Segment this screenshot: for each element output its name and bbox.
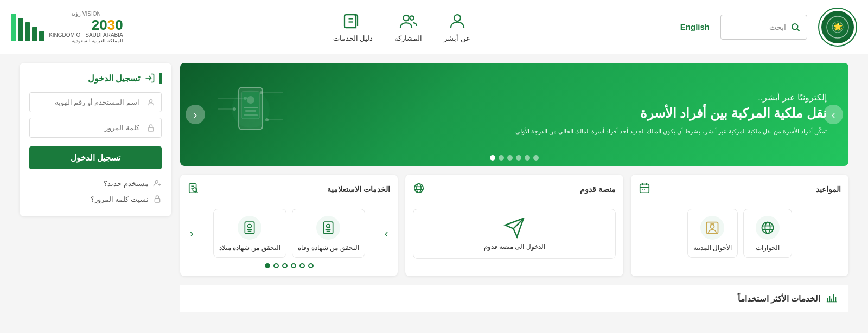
svg-point-31: [762, 222, 774, 234]
civil-affairs-label: الأحوال المدنية: [693, 244, 732, 252]
inquiry-card-body: ›: [188, 209, 390, 258]
svg-point-62: [149, 99, 152, 102]
username-group: [29, 92, 162, 112]
inquiry-prev-button[interactable]: ›: [382, 227, 391, 240]
banner-dot-6[interactable]: [490, 155, 495, 161]
banner-prev-button[interactable]: ‹: [186, 105, 205, 124]
birth-cert-label: التحقق من شهادة ميلاد: [219, 244, 280, 252]
login-icon: [144, 73, 155, 84]
nav-item-absher[interactable]: عن أبشر: [444, 11, 470, 42]
sidebar: تسجيل الدخول: [20, 63, 171, 312]
arrival-item-label: الدخول الى منصة قدوم: [484, 243, 545, 251]
passports-badge: [755, 215, 781, 241]
inquiry-dot-5[interactable]: [273, 263, 279, 268]
login-title-text: تسجيل الدخول: [88, 73, 140, 84]
svg-point-24: [232, 90, 270, 128]
arrival-title: منصة قدوم: [580, 185, 616, 194]
vision-sub: VISION رؤية: [49, 11, 123, 17]
svg-line-4: [797, 29, 799, 31]
passports-item[interactable]: الجوازات: [743, 209, 792, 258]
nav-label-participation: المشاركة: [394, 34, 422, 42]
chart-icon: [826, 292, 838, 306]
appointments-card-header: المواعيد: [639, 182, 841, 201]
new-user-link[interactable]: مستخدم جديد؟: [29, 176, 162, 191]
banner-dot-4[interactable]: [507, 155, 513, 161]
plane-icon: [503, 217, 525, 239]
password-group: [29, 118, 162, 138]
search-placeholder: ابحث: [769, 23, 786, 31]
svg-point-7: [410, 16, 414, 20]
inquiry-card: الخدمات الاستعلامية ›: [180, 175, 398, 276]
banner-visual: [213, 76, 289, 152]
civil-affairs-item[interactable]: الأحوال المدنية: [687, 209, 738, 258]
header: 🌟 ابحث English عن أبشر: [0, 0, 868, 54]
arrival-body: الدخول الى منصة قدوم: [413, 209, 615, 259]
svg-point-38: [414, 184, 424, 193]
forgot-password-link[interactable]: نسيت كلمة المرور؟: [29, 191, 162, 207]
vision-2030: 2030: [49, 18, 123, 32]
bottom-bar: الخدمات الأكثر استخداماً: [180, 285, 848, 312]
appointments-card: المواعيد: [631, 175, 848, 276]
arrival-link-item[interactable]: الدخول الى منصة قدوم: [413, 209, 615, 259]
book-icon: [343, 11, 362, 31]
inquiry-dot-3[interactable]: [291, 263, 296, 268]
banner-dot-3[interactable]: [516, 155, 521, 161]
svg-point-3: [792, 24, 798, 30]
svg-point-36: [711, 225, 714, 228]
svg-rect-63: [148, 127, 153, 131]
lock-icon: [146, 124, 155, 132]
arrival-card-header: منصة قدوم: [413, 182, 615, 201]
logo[interactable]: 🌟: [818, 8, 857, 47]
new-user-icon: [153, 179, 162, 188]
banner-dots: [490, 155, 539, 161]
globe-icon: [413, 182, 425, 196]
banner-title-small: إلكترونيًا عبر أبشر..: [515, 92, 827, 103]
inquiry-title: الخدمات الاستعلامية: [327, 185, 390, 194]
banner-dot-5[interactable]: [499, 155, 504, 161]
inquiry-dot-4[interactable]: [282, 263, 288, 268]
username-input[interactable]: [29, 92, 162, 112]
login-button[interactable]: تسجيل الدخول: [29, 146, 162, 169]
nav-item-participation[interactable]: المشاركة: [394, 11, 422, 42]
inquiry-card-header: الخدمات الاستعلامية: [188, 182, 390, 201]
english-link[interactable]: English: [680, 22, 710, 31]
arrival-card: منصة قدوم: [405, 175, 623, 276]
login-box: تسجيل الدخول: [20, 63, 171, 216]
banner-next-button[interactable]: ›: [824, 105, 843, 124]
banner: ‹ إلكترونيًا عبر أبشر.. نقل ملكية المركب…: [180, 63, 848, 166]
search-doc-icon: [188, 182, 200, 196]
nav-label-service-guide: دليل الخدمات: [333, 34, 373, 42]
banner-dot-2[interactable]: [525, 155, 530, 161]
password-input[interactable]: [29, 118, 162, 138]
inquiry-next-button[interactable]: ‹: [188, 227, 196, 240]
civil-badge: [699, 215, 725, 241]
svg-point-6: [403, 15, 409, 21]
vision-bars: [11, 14, 44, 41]
forgot-password-icon: [153, 195, 162, 203]
search-box[interactable]: ابحث: [720, 15, 807, 40]
svg-rect-67: [155, 198, 159, 202]
service-cards-row: المواعيد: [180, 175, 848, 276]
death-cert-label: التحقق من شهادة وفاة: [298, 244, 359, 252]
svg-point-52: [248, 225, 252, 228]
bottom-title: الخدمات الأكثر استخداماً: [738, 294, 820, 304]
banner-description: تمكّن أفراد الأسرة من نقل ملكية المركبة …: [515, 127, 827, 137]
inquiry-dot-6[interactable]: [265, 263, 270, 268]
death-cert-item[interactable]: التحقق من شهادة وفاة: [292, 209, 365, 258]
calendar-icon: [639, 182, 650, 196]
inquiry-dot-2[interactable]: [299, 263, 305, 268]
new-user-label: مستخدم جديد؟: [104, 180, 149, 188]
inquiry-dot-1[interactable]: [308, 263, 314, 268]
banner-title-large: نقل ملكية المركبة بين أفراد الأسرة: [515, 105, 827, 121]
passports-label: الجوازات: [756, 244, 780, 252]
forgot-password-label: نسيت كلمة المرور؟: [91, 195, 149, 203]
nav-item-service-guide[interactable]: دليل الخدمات: [333, 11, 373, 42]
search-icon: [790, 22, 800, 32]
svg-point-39: [417, 184, 421, 193]
username-wrapper: [29, 92, 162, 112]
banner-content: إلكترونيًا عبر أبشر.. نقل ملكية المركبة …: [515, 92, 827, 137]
banner-dot-1[interactable]: [533, 155, 539, 161]
login-links: مستخدم جديد؟ نسيت كلمة المرور؟: [29, 176, 162, 207]
death-cert-badge: [315, 215, 341, 241]
birth-cert-item[interactable]: التحقق من شهادة ميلاد: [213, 209, 286, 258]
